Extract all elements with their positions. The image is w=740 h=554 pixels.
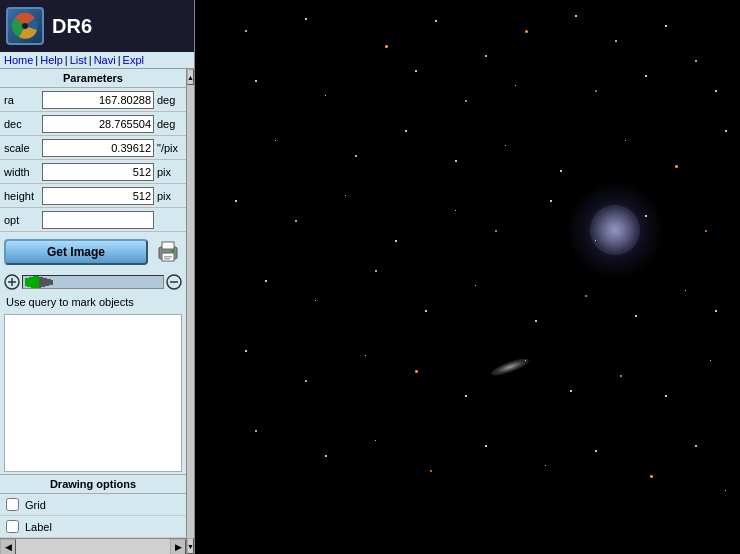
star-47 [245,350,247,352]
star-4 [485,55,487,57]
left-panel: DR6 Home|Help|List|Navi|Expl Parameters … [0,0,195,554]
star-38 [315,300,316,301]
star-60 [430,470,432,472]
zoom-plus-button[interactable] [4,274,20,290]
star-34 [595,240,596,241]
get-image-button[interactable]: Get Image [4,239,148,265]
param-input-dec[interactable] [42,115,154,133]
star-17 [715,90,717,92]
star-59 [375,440,376,441]
drawing-options-section: Drawing options Grid Label [0,474,186,538]
zoom-row [0,272,186,292]
param-row-dec: dec deg [0,112,186,136]
scroll-up-button[interactable]: ▲ [187,69,194,85]
star-55 [665,395,667,397]
nav-home[interactable]: Home [4,54,33,66]
nav-list[interactable]: List [70,54,87,66]
scroll-vertical-track [187,85,194,538]
param-input-scale[interactable] [42,139,154,157]
scroll-track[interactable] [16,539,170,555]
label-checkbox[interactable] [6,520,19,533]
param-label-dec: dec [0,118,42,130]
star-65 [695,445,697,447]
star-16 [645,75,647,77]
label-label: Label [25,521,52,533]
star-14 [515,85,516,86]
param-unit-height: pix [154,190,186,202]
param-unit-ra: deg [154,94,186,106]
app-title: DR6 [52,15,92,38]
object-list-area [4,314,182,472]
zoom-slider[interactable] [22,275,164,289]
star-52 [525,360,526,361]
nav-help[interactable]: Help [40,54,63,66]
star-24 [625,140,626,141]
left-content: Parameters ra deg dec deg scale "/pix [0,69,186,554]
star-2 [385,45,388,48]
star-26 [725,130,727,132]
star-27 [235,200,237,202]
button-row: Get Image [0,232,186,272]
star-13 [465,100,467,102]
star-63 [595,450,597,452]
star-48 [305,380,307,382]
nav-navi[interactable]: Navi [94,54,116,66]
param-input-opt[interactable] [42,211,154,229]
param-row-scale: scale "/pix [0,136,186,160]
star-62 [545,465,546,466]
star-56 [710,360,711,361]
params-section: Parameters ra deg dec deg scale "/pix [0,69,186,232]
star-0 [245,30,247,32]
param-label-scale: scale [0,142,42,154]
star-36 [705,230,707,232]
star-54 [620,375,622,377]
printer-icon[interactable] [154,238,182,266]
star-12 [415,70,417,72]
star-44 [635,315,637,317]
param-row-width: width pix [0,160,186,184]
param-label-opt: opt [0,214,42,226]
nav-bar: Home|Help|List|Navi|Expl [0,52,194,69]
star-42 [535,320,537,322]
star-5 [525,30,528,33]
star-33 [550,200,552,202]
star-35 [645,215,647,217]
star-49 [365,355,366,356]
zoom-minus-button[interactable] [166,274,182,290]
star-9 [695,60,697,62]
param-row-opt: opt [0,208,186,232]
svg-point-6 [172,250,175,253]
space-image [195,0,740,554]
scroll-right-button[interactable]: ▶ [170,539,186,555]
star-57 [255,430,257,432]
star-45 [685,290,686,291]
star-22 [505,145,506,146]
star-10 [255,80,257,82]
star-66 [725,490,726,491]
scroll-down-button[interactable]: ▼ [187,538,194,554]
param-input-height[interactable] [42,187,154,205]
star-20 [405,130,407,132]
sdss-logo [6,7,44,45]
star-29 [345,195,346,196]
star-11 [325,95,326,96]
star-40 [425,310,427,312]
star-31 [455,210,456,211]
scroll-left-button[interactable]: ◀ [0,539,16,555]
star-19 [355,155,357,157]
drawing-options-title: Drawing options [0,474,186,494]
grid-checkbox[interactable] [6,498,19,511]
star-28 [295,220,297,222]
nav-expl[interactable]: Expl [123,54,144,66]
param-row-height: height pix [0,184,186,208]
param-input-width[interactable] [42,163,154,181]
star-46 [715,310,717,312]
param-input-ra[interactable] [42,91,154,109]
edge-on-galaxy [489,355,530,378]
app-header: DR6 [0,0,194,52]
star-41 [475,285,476,286]
star-6 [575,15,577,17]
star-53 [570,390,572,392]
param-label-ra: ra [0,94,42,106]
param-label-height: height [0,190,42,202]
